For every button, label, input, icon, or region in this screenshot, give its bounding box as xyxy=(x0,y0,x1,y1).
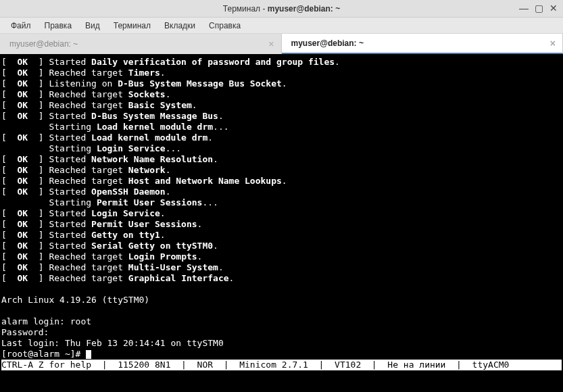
tab-2[interactable]: myuser@debian: ~ × xyxy=(282,34,564,54)
menu-view[interactable]: Вид xyxy=(78,18,107,33)
menu-edit[interactable]: Правка xyxy=(38,18,79,33)
tab-label: myuser@debian: ~ xyxy=(291,39,364,48)
menu-terminal[interactable]: Терминал xyxy=(107,18,157,33)
tab-close-icon[interactable]: × xyxy=(550,38,556,49)
tab-label: myuser@debian: ~ xyxy=(9,39,78,49)
maximize-button[interactable]: ▢ xyxy=(532,1,545,15)
menu-tabs[interactable]: Вкладки xyxy=(157,18,202,33)
menu-help[interactable]: Справка xyxy=(202,18,247,33)
tabbar: myuser@debian: ~ × myuser@debian: ~ × xyxy=(0,34,563,54)
window-controls: — ▢ ✕ xyxy=(517,1,560,15)
window-title: Терминал - myuser@debian: ~ xyxy=(223,4,340,14)
menubar: Файл Правка Вид Терминал Вкладки Справка xyxy=(0,18,563,34)
tab-1[interactable]: myuser@debian: ~ × xyxy=(0,34,282,54)
menu-file[interactable]: Файл xyxy=(4,18,38,33)
tab-close-icon[interactable]: × xyxy=(268,39,274,49)
minimize-button[interactable]: — xyxy=(517,1,531,15)
titlebar: Терминал - myuser@debian: ~ — ▢ ✕ xyxy=(0,0,563,18)
terminal-viewport[interactable]: [ OK ] Started Daily verification of pas… xyxy=(0,54,563,392)
close-button[interactable]: ✕ xyxy=(547,1,560,15)
